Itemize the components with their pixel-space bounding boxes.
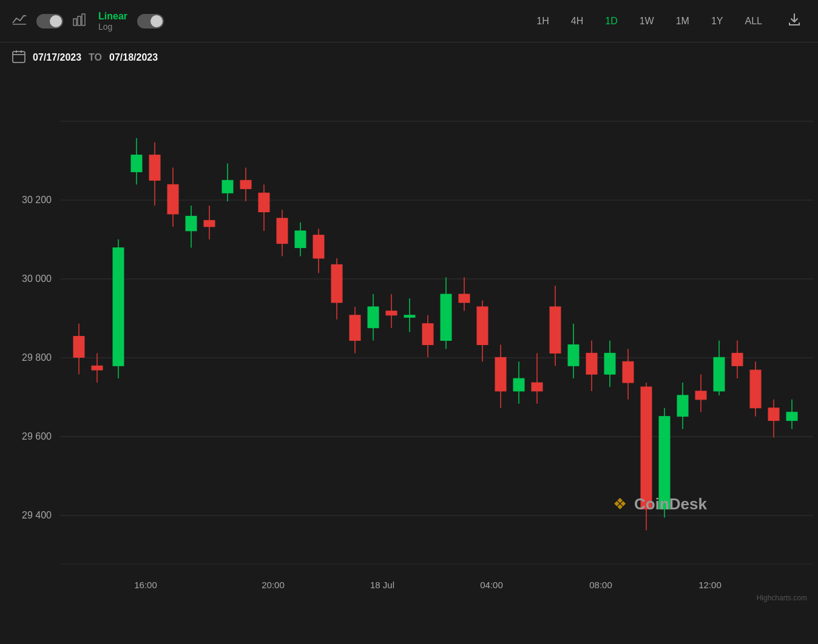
svg-text:04:00: 04:00 [480, 580, 503, 590]
svg-rect-77 [532, 383, 543, 391]
svg-text:30 000: 30 000 [22, 273, 52, 284]
svg-rect-41 [204, 220, 215, 226]
svg-rect-97 [714, 357, 725, 391]
svg-rect-27 [73, 337, 84, 358]
svg-rect-1 [73, 19, 76, 25]
svg-text:08:00: 08:00 [589, 580, 612, 590]
svg-rect-53 [313, 235, 324, 258]
svg-text:29 600: 29 600 [22, 431, 52, 441]
date-to[interactable]: 07/18/2023 [109, 52, 158, 63]
svg-rect-73 [495, 357, 506, 391]
svg-rect-99 [732, 353, 743, 366]
svg-text:❖: ❖ [613, 495, 627, 513]
svg-text:29 800: 29 800 [22, 352, 52, 363]
svg-rect-65 [422, 324, 433, 345]
svg-rect-101 [750, 370, 761, 408]
svg-rect-47 [259, 193, 269, 212]
svg-text:CoinDesk: CoinDesk [634, 495, 707, 513]
svg-rect-95 [695, 391, 706, 400]
svg-rect-55 [331, 264, 342, 303]
line-chart-icon[interactable] [12, 13, 27, 29]
svg-text:20:00: 20:00 [262, 580, 285, 590]
tf-4h[interactable]: 4H [560, 12, 594, 30]
date-bar: 07/17/2023 TO 07/18/2023 [0, 42, 818, 73]
calendar-icon[interactable] [12, 50, 25, 66]
chart-toggle[interactable] [36, 14, 63, 29]
svg-rect-31 [113, 248, 124, 366]
svg-text:12:00: 12:00 [698, 580, 722, 590]
svg-rect-37 [167, 184, 178, 214]
tf-1m[interactable]: 1M [665, 12, 700, 30]
date-to-label: TO [89, 52, 102, 63]
toolbar: Linear Log 1H 4H 1D 1W 1M 1Y ALL [0, 0, 818, 42]
svg-rect-83 [586, 353, 597, 374]
svg-text:29 400: 29 400 [22, 510, 52, 520]
scale-toggle-wrapper: Linear Log [98, 11, 127, 32]
svg-rect-29 [92, 366, 103, 370]
candlestick-chart: 30 200 30 000 29 800 29 600 29 400 16:00… [0, 73, 818, 606]
svg-rect-71 [477, 307, 488, 345]
timeframe-buttons: 1H 4H 1D 1W 1M 1Y ALL [526, 12, 773, 30]
date-from[interactable]: 07/17/2023 [33, 52, 81, 63]
svg-rect-79 [550, 307, 561, 353]
svg-rect-81 [568, 344, 579, 366]
svg-rect-3 [82, 14, 85, 25]
svg-rect-59 [368, 307, 379, 328]
tf-1d[interactable]: 1D [594, 12, 628, 30]
linear-label[interactable]: Linear [98, 11, 127, 22]
svg-text:16:00: 16:00 [134, 580, 157, 590]
svg-rect-85 [604, 353, 615, 374]
download-button[interactable] [783, 10, 806, 32]
linear-log-toggle[interactable] [137, 14, 164, 29]
svg-rect-45 [240, 180, 251, 189]
tf-1w[interactable]: 1W [629, 12, 665, 30]
svg-rect-63 [404, 315, 415, 317]
svg-rect-51 [295, 231, 306, 248]
svg-text:18 Jul: 18 Jul [370, 580, 394, 590]
chart-container: 30 200 30 000 29 800 29 600 29 400 16:00… [0, 73, 818, 606]
svg-rect-105 [786, 412, 797, 421]
svg-rect-33 [131, 155, 142, 172]
svg-text:30 200: 30 200 [22, 195, 52, 205]
tf-1h[interactable]: 1H [526, 12, 559, 30]
log-label[interactable]: Log [98, 22, 127, 32]
svg-rect-35 [149, 155, 160, 181]
svg-rect-67 [441, 294, 451, 340]
bar-chart-icon[interactable] [73, 13, 86, 29]
svg-rect-57 [350, 315, 360, 341]
svg-rect-39 [186, 216, 197, 230]
svg-rect-93 [677, 395, 688, 417]
svg-rect-43 [222, 180, 233, 193]
svg-rect-87 [623, 361, 634, 383]
svg-rect-89 [641, 387, 652, 509]
svg-text:Highcharts.com: Highcharts.com [757, 594, 807, 602]
svg-rect-75 [513, 378, 524, 391]
svg-rect-61 [386, 311, 397, 315]
tf-1y[interactable]: 1Y [700, 12, 734, 30]
svg-rect-4 [13, 52, 25, 62]
svg-rect-103 [768, 408, 779, 421]
tf-all[interactable]: ALL [734, 12, 773, 30]
svg-rect-49 [277, 218, 288, 244]
svg-rect-2 [78, 16, 81, 25]
svg-rect-69 [459, 294, 470, 303]
